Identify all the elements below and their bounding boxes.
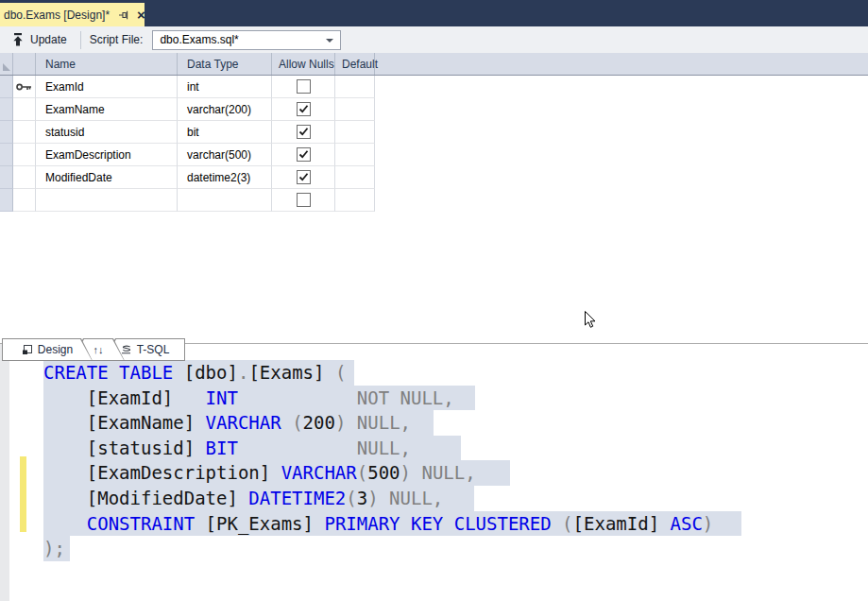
table-row[interactable]: ModifiedDatedatetime2(3) xyxy=(0,166,375,189)
close-icon[interactable]: × xyxy=(137,9,145,21)
code-token: BIT xyxy=(206,438,238,458)
code-line[interactable]: [statusid] BIT NULL, xyxy=(0,436,868,461)
code-line[interactable]: CONSTRAINT [PK_Exams] PRIMARY KEY CLUSTE… xyxy=(0,511,868,537)
cell-allow-nulls xyxy=(272,189,335,212)
code-token: ( xyxy=(562,513,572,534)
row-selector-cell[interactable] xyxy=(0,144,13,166)
table-row[interactable] xyxy=(0,189,375,212)
table-row[interactable]: ExamIdint xyxy=(0,76,375,98)
primary-key-icon xyxy=(16,82,32,92)
cell-datatype[interactable]: datetime2(3) xyxy=(178,166,272,189)
row-selector-cell[interactable] xyxy=(0,98,13,121)
script-file-combobox[interactable]: dbo.Exams.sql* xyxy=(152,30,341,50)
code-token: ) xyxy=(367,488,378,508)
allow-nulls-checkbox[interactable] xyxy=(297,102,311,116)
code-token: ) xyxy=(400,462,411,483)
cell-name[interactable]: statusid xyxy=(36,121,178,144)
code-token: NULL, xyxy=(357,438,411,458)
design-tab-label: Design xyxy=(38,343,73,356)
cell-name[interactable]: ExamName xyxy=(36,98,178,121)
cell-default[interactable] xyxy=(335,144,375,166)
table-row[interactable]: statusidbit xyxy=(0,121,375,144)
cell-name[interactable]: ExamId xyxy=(36,76,178,98)
code-token: ( xyxy=(357,462,367,483)
cell-datatype[interactable]: varchar(200) xyxy=(178,98,272,121)
document-tab[interactable]: dbo.Exams [Design]* × xyxy=(0,3,145,26)
code-token: NULL, xyxy=(389,488,443,508)
row-selector-cell[interactable] xyxy=(0,166,13,189)
code-token: ( xyxy=(292,412,302,433)
row-selector-cell[interactable] xyxy=(0,76,13,98)
cell-datatype[interactable]: varchar(500) xyxy=(178,144,272,166)
allow-nulls-checkbox[interactable] xyxy=(297,193,311,207)
cell-datatype[interactable] xyxy=(178,189,272,212)
code-line[interactable]: CREATE TABLE [dbo].[Exams] ( xyxy=(0,360,868,386)
code-token: 500 xyxy=(367,462,400,483)
allow-nulls-checkbox[interactable] xyxy=(297,79,311,94)
code-line[interactable]: ); xyxy=(0,536,868,561)
cell-default[interactable] xyxy=(335,98,375,121)
pin-icon[interactable] xyxy=(118,9,129,21)
code-token: [ModifiedDate] xyxy=(43,488,248,508)
code-token xyxy=(659,513,670,534)
code-token xyxy=(379,488,389,508)
code-line[interactable]: [ExamDescription] VARCHAR(500) NULL, xyxy=(0,460,868,486)
grid-header: Name Data Type Allow Nulls Default xyxy=(0,53,868,76)
cell-name[interactable]: ModifiedDate xyxy=(36,166,178,189)
code-token: [statusid] xyxy=(43,438,206,458)
grid-corner-cell xyxy=(0,53,13,75)
design-tab-icon xyxy=(22,344,33,355)
row-selector-cell[interactable] xyxy=(0,189,13,212)
cell-datatype[interactable]: int xyxy=(178,76,272,98)
code-token: NULL, xyxy=(421,462,475,483)
selection-highlight: CREATE TABLE [dbo].[Exams] ( xyxy=(43,360,354,386)
cell-name[interactable]: ExamDescription xyxy=(36,144,178,166)
code-token: 3 xyxy=(357,488,367,508)
script-file-label: Script File: xyxy=(90,33,144,46)
cell-default[interactable] xyxy=(335,166,375,189)
cell-name[interactable] xyxy=(36,189,178,212)
code-token: 200 xyxy=(303,412,335,433)
allow-nulls-checkbox[interactable] xyxy=(297,125,311,139)
cell-default[interactable] xyxy=(335,76,375,98)
code-token: [ExamDescription] xyxy=(43,462,281,483)
code-line[interactable]: [ExamId] INT NOT NULL, xyxy=(0,386,868,411)
code-token xyxy=(173,362,183,383)
cell-default[interactable] xyxy=(335,189,375,212)
cell-default[interactable] xyxy=(335,121,375,144)
row-icon-cell xyxy=(13,76,36,98)
code-token: ASC xyxy=(671,513,703,534)
selection-highlight: [statusid] BIT NULL, xyxy=(43,436,461,461)
row-icon-cell xyxy=(13,166,36,189)
code-token: ) xyxy=(335,412,346,433)
code-token: ) xyxy=(703,513,713,534)
tab-design[interactable]: Design xyxy=(2,338,93,361)
tsql-editor-pane[interactable]: CREATE TABLE [dbo].[Exams] ( [ExamId] IN… xyxy=(0,344,868,601)
update-button[interactable]: Update xyxy=(8,30,71,49)
allow-nulls-checkbox[interactable] xyxy=(297,170,311,184)
allow-nulls-checkbox[interactable] xyxy=(297,147,311,162)
code-token: VARCHAR xyxy=(281,462,357,483)
code-line[interactable]: [ModifiedDate] DATETIME2(3) NULL, xyxy=(0,486,868,511)
row-icon-cell xyxy=(13,121,36,144)
code-line[interactable]: [ExamName] VARCHAR (200) NULL, xyxy=(0,410,868,436)
update-label: Update xyxy=(30,33,67,46)
table-row[interactable]: ExamDescriptionvarchar(500) xyxy=(0,144,375,166)
code-token xyxy=(411,462,421,483)
code-token: [dbo] xyxy=(184,362,238,383)
code-token: DATETIME2 xyxy=(248,488,346,508)
code-token: ); xyxy=(43,538,65,558)
selection-highlight: [ExamDescription] VARCHAR(500) NULL, xyxy=(43,460,510,486)
tsql-tab-label: T-SQL xyxy=(137,343,170,356)
column-header-allownulls: Allow Nulls xyxy=(272,53,335,75)
code-token: CONSTRAINT xyxy=(87,513,195,534)
cell-allow-nulls xyxy=(272,76,335,98)
table-row[interactable]: ExamNamevarchar(200) xyxy=(0,98,375,121)
code-token xyxy=(346,412,356,433)
table-designer-window: dbo.Exams [Design]* × Update Script File… xyxy=(0,0,868,601)
cell-datatype[interactable]: bit xyxy=(178,121,272,144)
row-selector-cell[interactable] xyxy=(0,121,13,144)
code-token: NULL, xyxy=(357,412,411,433)
document-tab-title: dbo.Exams [Design]* xyxy=(4,9,110,22)
code-token: . xyxy=(238,362,248,383)
